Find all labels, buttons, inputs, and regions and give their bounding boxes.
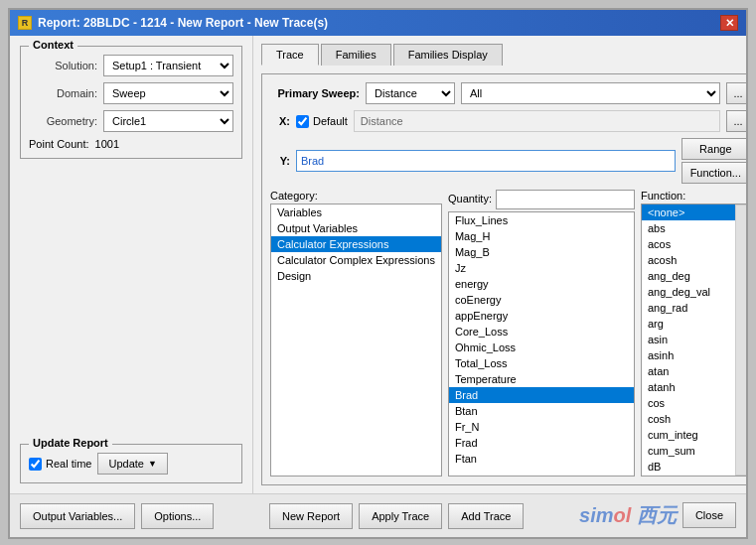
x-value-display: Distance	[354, 110, 720, 132]
all-select[interactable]: All	[461, 82, 720, 104]
domain-select[interactable]: Sweep	[103, 82, 233, 104]
quantity-list-item[interactable]: Btan	[449, 403, 634, 419]
x-ellipsis-button[interactable]: ...	[726, 110, 746, 132]
solution-label: Solution:	[29, 60, 103, 71]
quantity-list[interactable]: Flux_LinesMag_HMag_BJzenergycoEnergyappE…	[448, 211, 635, 477]
quantity-list-item[interactable]: Flux_Lines	[449, 212, 634, 228]
function-list-item[interactable]: dB10normalize	[642, 475, 735, 476]
primary-sweep-select[interactable]: Distance	[366, 82, 455, 104]
bottom-left-buttons: Output Variables... Options...	[20, 503, 214, 529]
y-row: Y: Range Function...	[270, 138, 746, 184]
point-count-value: 1001	[95, 138, 119, 150]
quantity-list-item[interactable]: coEnergy	[449, 292, 634, 308]
tab-families[interactable]: Families	[321, 44, 391, 66]
function-list-item[interactable]: cosh	[642, 411, 735, 427]
update-report-label: Update Report	[29, 437, 112, 449]
range-button[interactable]: Range	[681, 138, 746, 160]
bottom-right-buttons: simol 西元 Close	[579, 502, 736, 529]
realtime-checkbox[interactable]	[29, 458, 42, 471]
function-list-item[interactable]: atanh	[642, 379, 735, 395]
quantity-list-item[interactable]: appEnergy	[449, 308, 634, 324]
close-button[interactable]: ✕	[720, 15, 738, 31]
function-list-item[interactable]: asinh	[642, 347, 735, 363]
x-label: X:	[270, 115, 290, 127]
function-list-item[interactable]: ang_deg	[642, 268, 735, 284]
quantity-col-label: Quantity:	[448, 193, 492, 204]
quantity-list-item[interactable]: Fr_N	[449, 419, 634, 435]
context-group: Context Solution: Setup1 : Transient Dom…	[20, 46, 242, 159]
context-label: Context	[29, 39, 77, 51]
function-list-item[interactable]: dB	[642, 459, 735, 475]
category-list-item[interactable]: Calculator Complex Expressions	[271, 252, 441, 268]
bottom-bar: Output Variables... Options... New Repor…	[10, 493, 746, 537]
y-label: Y:	[270, 155, 290, 167]
quantity-list-item[interactable]: Ftan	[449, 451, 634, 467]
quantity-list-item[interactable]: Temperature	[449, 371, 634, 387]
category-list-item[interactable]: Variables	[271, 204, 441, 220]
tab-families-display[interactable]: Families Display	[393, 44, 503, 66]
solution-row: Solution: Setup1 : Transient	[29, 55, 233, 76]
function-list-item[interactable]: cum_sum	[642, 443, 735, 459]
quantity-list-item[interactable]: Ohmic_Loss	[449, 340, 634, 355]
function-button[interactable]: Function...	[681, 162, 746, 184]
function-list-item[interactable]: acosh	[642, 252, 735, 268]
quantity-list-item[interactable]: Core_Loss	[449, 324, 634, 340]
function-list[interactable]: <none>absacosacoshang_degang_deg_valang_…	[641, 204, 746, 477]
left-panel: Context Solution: Setup1 : Transient Dom…	[10, 36, 253, 493]
function-list-item[interactable]: ang_rad	[642, 300, 735, 316]
solution-select[interactable]: Setup1 : Transient	[103, 55, 233, 76]
quantity-list-item[interactable]: Jz	[449, 260, 634, 276]
quantity-col: Quantity: Flux_LinesMag_HMag_BJzenergyco…	[448, 190, 635, 477]
apply-trace-button[interactable]: Apply Trace	[359, 503, 442, 529]
point-count-row: Point Count: 1001	[29, 138, 233, 150]
quantity-list-item[interactable]: Frad	[449, 435, 634, 451]
default-checkbox[interactable]	[296, 115, 309, 128]
category-list-item[interactable]: Calculator Expressions	[271, 236, 441, 252]
category-list-item[interactable]: Design	[271, 268, 441, 284]
lists-area: Category: VariablesOutput VariablesCalcu…	[270, 190, 746, 477]
function-list-item[interactable]: cos	[642, 395, 735, 411]
domain-label: Domain:	[29, 87, 103, 99]
output-variables-button[interactable]: Output Variables...	[20, 503, 135, 529]
geometry-label: Geometry:	[29, 115, 103, 127]
function-list-item[interactable]: atan	[642, 363, 735, 379]
function-list-item[interactable]: abs	[642, 220, 735, 236]
primary-sweep-ellipsis-button[interactable]: ...	[726, 82, 746, 104]
geometry-select[interactable]: Circle1	[103, 110, 233, 132]
close-dialog-button[interactable]: Close	[682, 502, 736, 528]
update-button[interactable]: Update ▼	[97, 453, 167, 475]
update-report-group: Update Report Real time Update ▼	[20, 444, 242, 483]
function-list-item[interactable]: <none>	[642, 204, 735, 220]
function-list-item[interactable]: asin	[642, 332, 735, 347]
new-report-button[interactable]: New Report	[269, 503, 353, 529]
primary-sweep-label: Primary Sweep:	[270, 87, 360, 99]
function-list-item[interactable]: ang_deg_val	[642, 284, 735, 300]
category-list-item[interactable]: Output Variables	[271, 220, 441, 236]
function-list-item[interactable]: acos	[642, 236, 735, 252]
quantity-list-item[interactable]: Mag_B	[449, 244, 634, 260]
quantity-list-item[interactable]: Mag_H	[449, 228, 634, 244]
add-trace-button[interactable]: Add Trace	[448, 503, 524, 529]
main-window: R Report: 28BLDC - 1214 - New Report - N…	[8, 8, 748, 539]
quantity-list-item[interactable]: energy	[449, 276, 634, 292]
default-checkbox-label[interactable]: Default	[296, 115, 348, 128]
tab-trace[interactable]: Trace	[261, 44, 319, 66]
range-func-group: Range Function...	[681, 138, 746, 184]
y-input[interactable]	[296, 150, 676, 172]
realtime-checkbox-label[interactable]: Real time	[29, 458, 91, 471]
bottom-center-buttons: New Report Apply Trace Add Trace	[269, 503, 524, 529]
window-title: Report: 28BLDC - 1214 - New Report - New…	[38, 16, 328, 30]
options-button[interactable]: Options...	[141, 503, 214, 529]
quantity-list-item[interactable]: Total_Loss	[449, 355, 634, 371]
simol-logo: simol 西元	[579, 502, 677, 529]
update-row: Real time Update ▼	[29, 453, 233, 475]
function-list-item[interactable]: arg	[642, 316, 735, 332]
quantity-list-item[interactable]: Brad	[449, 387, 634, 403]
title-bar: R Report: 28BLDC - 1214 - New Report - N…	[10, 10, 746, 36]
category-list[interactable]: VariablesOutput VariablesCalculator Expr…	[270, 204, 442, 477]
function-list-item[interactable]: cum_integ	[642, 427, 735, 443]
function-col-label: Function:	[641, 190, 746, 202]
trace-tab-content: Primary Sweep: Distance All ... X: Defau…	[261, 73, 746, 485]
quantity-filter-input[interactable]	[496, 190, 635, 209]
tabs: Trace Families Families Display	[261, 44, 746, 66]
